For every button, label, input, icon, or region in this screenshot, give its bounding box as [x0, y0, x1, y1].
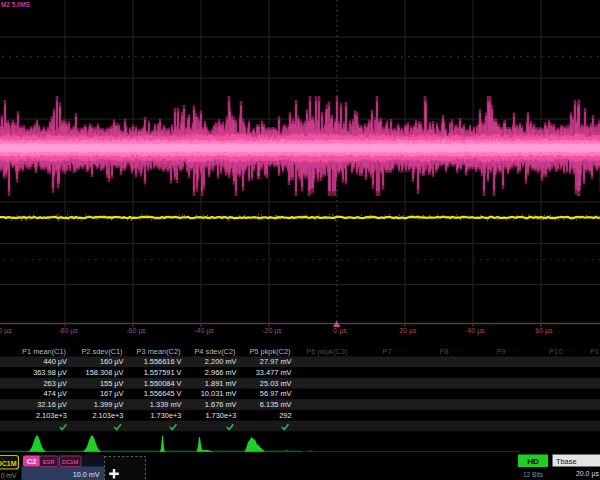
svg-text:2.966 mV: 2.966 mV [205, 368, 237, 377]
svg-text:10.031 mV: 10.031 mV [201, 389, 237, 398]
svg-text:10.0 mV: 10.0 mV [73, 470, 100, 479]
svg-text:474 µV: 474 µV [43, 389, 67, 398]
svg-text:P4 sdev(C2): P4 sdev(C2) [194, 347, 235, 356]
svg-text:P1: P1 [590, 347, 599, 356]
svg-text:1.556645 V: 1.556645 V [144, 389, 182, 398]
svg-text:1.891 mV: 1.891 mV [205, 379, 237, 388]
svg-text:263 µV: 263 µV [43, 379, 67, 388]
svg-text:M2 5.0MS: M2 5.0MS [1, 1, 31, 8]
svg-text:155 µV: 155 µV [100, 379, 124, 388]
svg-text:32.16 µV: 32.16 µV [37, 400, 67, 409]
svg-text:0 µs: 0 µs [333, 327, 347, 335]
svg-text:167 µV: 167 µV [100, 389, 124, 398]
svg-text:363.98 µV: 363.98 µV [33, 368, 67, 377]
svg-text:440 µV: 440 µV [43, 357, 67, 366]
svg-text:1.676 mV: 1.676 mV [205, 400, 237, 409]
svg-text:1.550084 V: 1.550084 V [144, 379, 182, 388]
svg-text:160 µV: 160 µV [100, 357, 124, 366]
svg-text:DC1M: DC1M [62, 459, 79, 465]
svg-text:-20 µs: -20 µs [262, 327, 282, 335]
svg-text:····: ···· [509, 347, 523, 354]
svg-text:-100 µs: -100 µs [0, 327, 12, 335]
svg-text:····: ···· [566, 347, 580, 354]
svg-text:-80 µs: -80 µs [58, 327, 78, 335]
svg-text:25.03 mV: 25.03 mV [260, 379, 292, 388]
svg-text:P3 mean(C2): P3 mean(C2) [137, 347, 181, 356]
svg-text:6.135 mV: 6.135 mV [260, 400, 292, 409]
svg-text:ESR: ESR [43, 459, 55, 465]
svg-text:-60 µs: -60 µs [126, 327, 146, 335]
svg-text:HD: HD [527, 457, 539, 466]
svg-text:P8: P8 [439, 347, 448, 356]
svg-text:C2: C2 [27, 457, 37, 466]
svg-text:20.0 µs: 20.0 µs [576, 470, 600, 478]
svg-text:P6 pkpk(C3): P6 pkpk(C3) [306, 347, 347, 356]
svg-text:1.339 mV: 1.339 mV [150, 400, 182, 409]
svg-text:P7: P7 [382, 347, 391, 356]
svg-text:P9: P9 [496, 347, 505, 356]
svg-text:56.97 mV: 56.97 mV [260, 389, 292, 398]
svg-text:60 µs: 60 µs [535, 327, 553, 335]
svg-text:DC1M: DC1M [0, 460, 17, 467]
svg-text:P5 pkpk(C2): P5 pkpk(C2) [249, 347, 290, 356]
svg-text:20 µs: 20 µs [399, 327, 417, 335]
svg-text:33.477 mV: 33.477 mV [256, 368, 292, 377]
svg-text:2.200 mV: 2.200 mV [205, 357, 237, 366]
svg-text:2.103e+3: 2.103e+3 [36, 411, 67, 420]
svg-text:-40 µs: -40 µs [194, 327, 214, 335]
svg-text:1.556616 V: 1.556616 V [144, 357, 182, 366]
svg-text:1.557591 V: 1.557591 V [144, 368, 182, 377]
svg-text:P2 sdev(C1): P2 sdev(C1) [81, 347, 122, 356]
svg-text:····: ···· [452, 347, 466, 354]
svg-text:1.399 µV: 1.399 µV [94, 400, 124, 409]
svg-text:0 mV: 0 mV [1, 472, 17, 479]
svg-text:40 µs: 40 µs [467, 327, 485, 335]
svg-text:27.97 mV: 27.97 mV [260, 357, 292, 366]
svg-text:2.103e+3: 2.103e+3 [92, 411, 123, 420]
svg-text:P1 mean(C1): P1 mean(C1) [22, 347, 66, 356]
svg-text:292: 292 [279, 411, 291, 420]
svg-text:Tbase: Tbase [556, 457, 577, 466]
svg-text:1.730e+3: 1.730e+3 [205, 411, 236, 420]
svg-text:P10: P10 [549, 347, 562, 356]
svg-text:1.730e+3: 1.730e+3 [150, 411, 181, 420]
svg-text:····: ···· [395, 347, 409, 354]
svg-text:12 Bits: 12 Bits [523, 471, 544, 478]
svg-text:158.308 µV: 158.308 µV [86, 368, 124, 377]
